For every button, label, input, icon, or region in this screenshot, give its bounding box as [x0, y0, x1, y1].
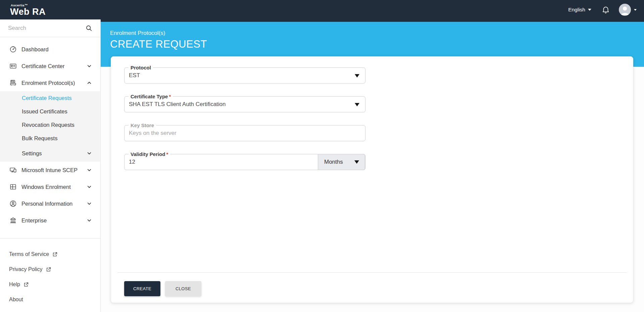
sidebar-item-label: Certificate Center	[21, 63, 64, 69]
create-button[interactable]: CREATE	[124, 281, 160, 296]
user-menu[interactable]	[619, 4, 637, 16]
validity-unit-select[interactable]: Months	[318, 154, 365, 170]
main-content: Enrolment Protocol(s) CREATE REQUEST Pro…	[101, 19, 644, 312]
sidebar-item-issued-certificates[interactable]: Issued Certificates	[0, 105, 100, 118]
sidebar-item-label: Issued Certificates	[22, 108, 67, 115]
dropdown-arrow-icon	[355, 103, 359, 106]
navbar-shadow-strip	[101, 19, 644, 22]
gauge-icon	[9, 46, 17, 53]
brand-ascertia: Ascertia™	[11, 4, 46, 7]
required-marker: *	[166, 151, 168, 157]
certificate-icon	[9, 62, 17, 70]
key-store-field: Key Store Keys on the server	[124, 125, 365, 141]
dropdown-arrow-icon	[354, 160, 359, 164]
sidebar-item-revocation-requests[interactable]: Revocation Requests	[0, 118, 100, 132]
language-selector[interactable]: English	[568, 7, 591, 13]
terms-of-service-link[interactable]: Terms of Service	[0, 247, 100, 262]
search-bar	[0, 19, 100, 37]
link-label: Privacy Policy	[9, 266, 43, 272]
sidebar-item-label: Enrolment Protocol(s)	[21, 80, 75, 86]
dropdown-arrow-icon	[355, 74, 359, 77]
link-label: Help	[9, 281, 20, 288]
windows-icon	[9, 183, 17, 191]
sidebar-nav: Dashboard Certificate Center	[0, 37, 100, 229]
help-link[interactable]: Help	[0, 277, 100, 292]
devices-icon	[9, 166, 17, 174]
search-icon[interactable]	[86, 25, 92, 32]
external-link-icon	[52, 252, 58, 257]
chevron-down-icon	[87, 151, 92, 156]
page-title: CREATE REQUEST	[110, 38, 644, 50]
sidebar-item-label: Settings	[22, 150, 42, 157]
chevron-up-icon	[87, 81, 92, 85]
chevron-down-icon	[87, 185, 92, 189]
bell-icon	[601, 5, 610, 14]
sidebar-footer: Terms of Service Privacy Policy Help Abo…	[0, 238, 100, 307]
certificate-type-select[interactable]: Certificate Type* SHA EST TLS Client Aut…	[124, 96, 365, 112]
about-link[interactable]: About	[0, 292, 100, 307]
sidebar-item-dashboard[interactable]: Dashboard	[0, 41, 100, 58]
external-link-icon	[23, 282, 29, 287]
field-label: Validity Period*	[129, 151, 170, 158]
chevron-down-icon	[87, 201, 92, 206]
link-label: Terms of Service	[9, 251, 49, 257]
form-divider	[117, 272, 627, 273]
card-printer-icon	[9, 79, 17, 87]
sidebar-item-label: Revocation Requests	[22, 122, 75, 128]
chevron-down-icon	[634, 9, 637, 11]
breadcrumb: Enrolment Protocol(s)	[110, 30, 644, 37]
sidebar-item-label: Enterprise	[21, 217, 47, 224]
protocol-select[interactable]: Protocol EST	[124, 67, 365, 84]
sidebar-item-certificate-center[interactable]: Certificate Center	[0, 58, 100, 74]
sidebar-item-windows-enrolment[interactable]: Windows Enrolment	[0, 178, 100, 195]
sidebar-item-label: Dashboard	[21, 46, 49, 53]
create-request-card: Protocol EST Certificate Type* SHA EST T…	[111, 56, 633, 303]
close-button[interactable]: CLOSE	[165, 281, 201, 296]
privacy-policy-link[interactable]: Privacy Policy	[0, 262, 100, 277]
enrolment-submenu: Certificate Requests Issued Certificates…	[0, 91, 100, 162]
sidebar-item-enterprise[interactable]: Enterprise	[0, 212, 100, 229]
validity-period-field: Validity Period* 12 Months	[124, 154, 365, 170]
notifications-button[interactable]	[601, 5, 610, 14]
brand-webra: Web RA	[10, 7, 46, 16]
sidebar-item-certificate-requests[interactable]: Certificate Requests	[0, 91, 100, 105]
field-label: Certificate Type*	[129, 93, 173, 100]
sidebar-item-enrolment-protocols[interactable]: Enrolment Protocol(s)	[0, 74, 100, 91]
form-actions: CREATE CLOSE	[117, 281, 627, 296]
field-label: Key Store	[129, 122, 156, 129]
search-input[interactable]	[8, 25, 86, 32]
sidebar-item-label: Windows Enrolment	[21, 184, 71, 190]
navbar-right: English	[568, 4, 637, 16]
sidebar: Dashboard Certificate Center	[0, 19, 101, 312]
sidebar-item-personal-information[interactable]: Personal Information	[0, 195, 100, 212]
required-marker: *	[169, 94, 171, 99]
external-link-icon	[46, 267, 51, 272]
create-request-form: Protocol EST Certificate Type* SHA EST T…	[117, 67, 627, 170]
chevron-down-icon	[87, 64, 92, 68]
link-label: About	[9, 297, 23, 303]
avatar	[619, 4, 631, 16]
chevron-down-icon	[87, 168, 92, 172]
chevron-down-icon	[87, 218, 92, 223]
sidebar-item-microsoft-intune-scep[interactable]: Microsoft Intune SCEP	[0, 162, 100, 178]
brand-logo[interactable]: Ascertia™ Web RA	[10, 3, 46, 17]
sidebar-item-label: Personal Information	[21, 201, 72, 207]
chevron-down-icon	[588, 9, 591, 11]
sidebar-item-label: Bulk Requests	[22, 135, 57, 142]
field-label: Protocol	[129, 64, 153, 71]
sidebar-item-label: Certificate Requests	[22, 95, 72, 101]
validity-unit-value: Months	[324, 159, 343, 165]
sidebar-item-label: Microsoft Intune SCEP	[21, 167, 78, 173]
sidebar-item-bulk-requests[interactable]: Bulk Requests	[0, 132, 100, 145]
language-label: English	[568, 7, 585, 13]
bank-icon	[9, 217, 17, 224]
key-store-value: Keys on the server	[125, 125, 365, 141]
protocol-value: EST	[125, 68, 365, 83]
person-icon	[9, 200, 17, 207]
sidebar-item-settings[interactable]: Settings	[0, 145, 100, 162]
top-navbar: Ascertia™ Web RA English	[0, 0, 644, 19]
